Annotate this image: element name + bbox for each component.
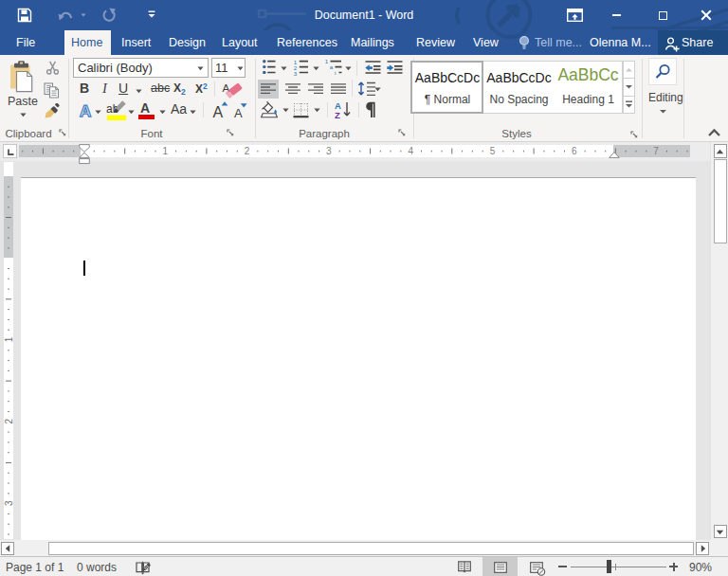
svg-text:1: 1: [4, 336, 13, 342]
svg-text:A: A: [80, 102, 91, 119]
svg-text:i: i: [335, 69, 336, 76]
svg-text:3: 3: [4, 500, 13, 506]
svg-text:5: 5: [490, 146, 496, 156]
svg-text:A: A: [213, 104, 224, 119]
svg-text:Z: Z: [335, 110, 340, 119]
svg-text:6: 6: [572, 146, 577, 156]
svg-text:1: 1: [325, 58, 329, 64]
svg-text:2: 2: [245, 146, 250, 156]
svg-text:4: 4: [408, 146, 413, 156]
svg-text:3: 3: [326, 146, 332, 156]
svg-text:3: 3: [294, 70, 298, 77]
svg-text:A: A: [234, 106, 243, 119]
svg-text:7: 7: [653, 146, 659, 156]
svg-text:1: 1: [163, 146, 169, 156]
svg-text:a: a: [330, 63, 334, 70]
svg-text:2: 2: [4, 419, 13, 424]
